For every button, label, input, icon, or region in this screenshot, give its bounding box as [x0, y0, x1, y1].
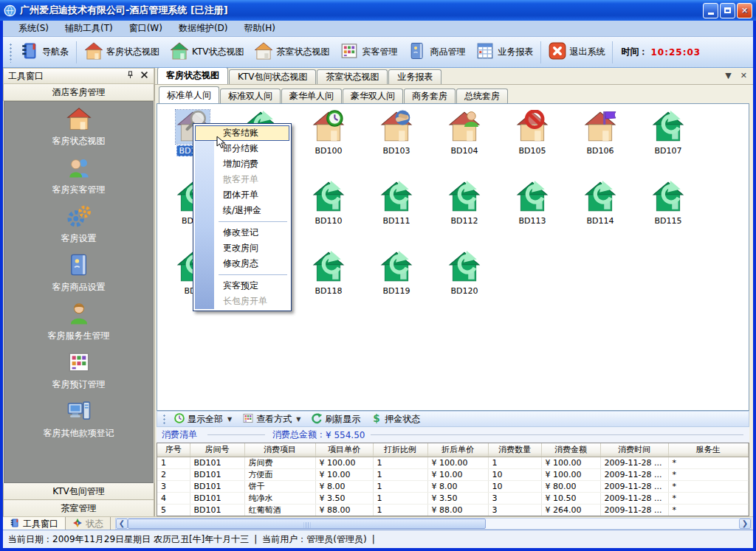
toolbar-grip[interactable] [162, 413, 165, 425]
context-menu-item-1[interactable]: 部分结账 [195, 141, 289, 156]
toolbar-button-goods-management[interactable]: 商品管理 [402, 40, 470, 64]
column-header-7[interactable]: 消费金额 [541, 443, 600, 457]
minimize-button[interactable] [703, 3, 718, 18]
context-menu-item-11[interactable]: 宾客预定 [195, 278, 289, 294]
list-toolbar-button-show-all[interactable]: 显示全部▼ [168, 412, 237, 426]
tab-dropdown-icon[interactable]: ▼ [725, 71, 731, 80]
context-menu-item-12[interactable]: 长包房开单 [195, 294, 289, 309]
column-header-6[interactable]: 消费数量 [488, 443, 541, 457]
room-icon-BD105[interactable]: BD105 [500, 110, 565, 156]
scroll-right-icon[interactable]: ❯ [739, 519, 751, 529]
menu-item-2[interactable]: 窗口(W) [121, 21, 171, 36]
tab-close-icon[interactable]: ✕ [740, 71, 747, 80]
sidebar-item-4[interactable]: 客房服务生管理 [4, 301, 153, 342]
room-icon-BD110[interactable]: BD110 [296, 180, 361, 226]
room-icon-BD104[interactable]: BD104 [432, 110, 497, 156]
app-icon [4, 4, 16, 17]
room-icon-BD103[interactable]: BD103 [364, 110, 429, 156]
room-icon-BD119[interactable]: BD119 [364, 250, 429, 296]
maximize-button[interactable] [720, 3, 735, 18]
tab-1[interactable]: KTV包间状态视图 [229, 69, 316, 84]
room-icon-BD106[interactable]: BD106 [568, 110, 633, 156]
table-row[interactable]: 2BD101方便面¥ 10.001¥ 10.0010¥ 100.002009-1… [157, 468, 749, 480]
context-menu-item-2[interactable]: 增加消费 [195, 156, 289, 172]
column-header-5[interactable]: 折后单价 [427, 443, 488, 457]
list-toolbar-button-refresh-display[interactable]: 刷新显示 [306, 412, 365, 426]
room-icon-BD100[interactable]: BD100 [296, 110, 361, 156]
context-menu-item-5[interactable]: 续/退押金 [195, 203, 289, 218]
column-header-4[interactable]: 打折比例 [373, 443, 427, 457]
table-cell: ¥ 3.50 [427, 492, 488, 504]
room-type-tab-2[interactable]: 豪华单人间 [281, 89, 342, 103]
menu-item-1[interactable]: 辅助工具(T) [57, 21, 121, 36]
toolbar-button-ktv-status-view[interactable]: KTV状态视图 [165, 40, 249, 64]
sidebar-close-icon[interactable] [140, 70, 149, 82]
sidebar-item-1[interactable]: 客房宾客管理 [4, 155, 153, 196]
sidebar-section-ktv[interactable]: KTV包间管理 [3, 483, 154, 500]
sidebar-item-3[interactable]: 客房商品设置 [4, 252, 153, 294]
horizontal-scrollbar[interactable]: ❮ ❯ [115, 518, 752, 530]
context-menu-item-8[interactable]: 更改房间 [195, 240, 289, 256]
sidebar-item-5[interactable]: 客房预订管理 [4, 350, 153, 391]
table-row[interactable]: 4BD101纯净水¥ 3.501¥ 3.503¥ 10.502009-11-28… [157, 492, 749, 504]
room-icon-BD112[interactable]: BD112 [432, 180, 497, 226]
sidebar-bottom-tab-0[interactable]: 工具窗口 [3, 517, 66, 530]
room-type-tab-1[interactable]: 标准双人间 [220, 89, 281, 103]
table-row[interactable]: 3BD101饼干¥ 8.001¥ 8.0010¥ 80.002009-11-28… [157, 480, 749, 492]
column-header-8[interactable]: 消费时间 [600, 443, 668, 457]
column-header-9[interactable]: 服务生 [668, 443, 749, 457]
room-type-tab-4[interactable]: 商务套房 [404, 89, 456, 103]
table-cell: ¥ 8.00 [427, 480, 488, 492]
room-icon-BD115[interactable]: BD115 [636, 180, 701, 226]
column-header-1[interactable]: 房间号 [190, 443, 244, 457]
room-type-tab-0[interactable]: 标准单人间 [159, 86, 219, 103]
close-button[interactable]: ✕ [737, 3, 752, 18]
toolbar-button-tea-status-view[interactable]: 茶室状态视图 [249, 40, 334, 64]
menu-item-0[interactable]: 系统(S) [10, 21, 57, 36]
list-toolbar-button-view-mode[interactable]: 查看方式▼ [237, 412, 306, 426]
column-header-0[interactable]: 序号 [157, 443, 190, 457]
toolbar-grip[interactable] [8, 42, 12, 63]
room-icon-BD118[interactable]: BD118 [296, 250, 361, 296]
room-icon-BD107[interactable]: BD107 [636, 110, 701, 156]
sidebar-section-tea[interactable]: 茶室管理 [3, 500, 154, 517]
toolbar-button-exit-system[interactable]: 退出系统 [543, 41, 610, 63]
house-white-icon [254, 41, 273, 63]
sidebar-item-6[interactable]: 客房其他款项登记 [4, 398, 153, 440]
table-header-row: 序号房间号消费项目项目单价打折比例折后单价消费数量消费金额消费时间服务生 [157, 443, 749, 457]
scrollbar-thumb[interactable] [128, 519, 486, 529]
table-row[interactable]: 1BD101房间费¥ 100.001¥ 100.001¥ 100.002009-… [157, 457, 749, 468]
table-row[interactable]: 5BD101红葡萄酒¥ 88.001¥ 88.003¥ 264.002009-1… [157, 504, 749, 516]
sidebar-item-0[interactable]: 客房状态视图 [4, 106, 153, 148]
room-icon-BD114[interactable]: BD114 [568, 180, 633, 226]
scrollbar-track[interactable] [486, 519, 739, 529]
room-icon-BD120[interactable]: BD120 [432, 250, 497, 296]
menu-item-4[interactable]: 帮助(H) [236, 21, 284, 36]
context-menu-item-7[interactable]: 修改登记 [195, 225, 289, 240]
toolbar-button-guest-management[interactable]: 宾客管理 [334, 40, 402, 64]
context-menu-item-0[interactable]: 宾客结账 [195, 125, 289, 141]
sidebar-section-room[interactable]: 酒店客房管理 [3, 84, 154, 101]
column-header-3[interactable]: 项目单价 [315, 443, 373, 457]
tab-0[interactable]: 客房状态视图 [157, 68, 228, 84]
room-type-tab-5[interactable]: 总统套房 [456, 89, 508, 103]
room-icon-BD113[interactable]: BD113 [500, 180, 565, 226]
scroll-left-icon[interactable]: ❮ [116, 519, 128, 529]
toolbar-button-room-status-view[interactable]: 客房状态视图 [79, 40, 165, 64]
room-icon-BD111[interactable]: BD111 [364, 180, 429, 226]
toolbar-button-nav-bar[interactable]: 导航条 [15, 40, 74, 64]
tab-2[interactable]: 茶室状态视图 [317, 69, 388, 84]
sidebar-bottom-tab-1[interactable]: 状态 [66, 517, 111, 530]
context-menu-item-3[interactable]: 散客开单 [195, 172, 289, 187]
menu-item-3[interactable]: 数据维护(D) [171, 21, 236, 36]
room-type-tab-3[interactable]: 豪华双人间 [343, 89, 403, 103]
context-menu-item-4[interactable]: 团体开单 [195, 187, 289, 203]
toolbar-button-business-report[interactable]: 业务报表 [470, 40, 538, 64]
sidebar-item-2[interactable]: 客房设置 [4, 204, 153, 245]
pin-icon[interactable] [126, 70, 135, 82]
status-user: 当前用户：管理员(管理员) [262, 533, 366, 546]
context-menu-item-9[interactable]: 修改房态 [195, 256, 289, 271]
list-toolbar-button-deposit-status[interactable]: $押金状态 [365, 412, 425, 426]
tab-3[interactable]: 业务报表 [388, 69, 441, 84]
column-header-2[interactable]: 消费项目 [244, 443, 315, 457]
